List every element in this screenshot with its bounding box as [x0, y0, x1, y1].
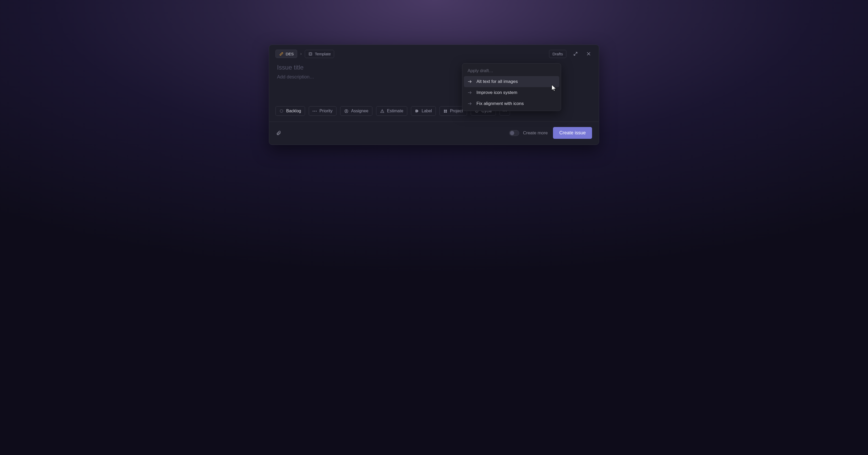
- svg-rect-0: [280, 52, 283, 55]
- arrow-right-icon: [468, 91, 472, 94]
- status-label: Backlog: [286, 109, 301, 113]
- draft-item-label: Improve icon system: [476, 90, 517, 95]
- svg-line-1: [280, 54, 281, 54]
- drafts-popover: Alt text for all images Improve icon sys…: [462, 63, 561, 111]
- ruler-icon: [279, 51, 284, 56]
- team-code-text: DES: [286, 52, 294, 56]
- svg-rect-5: [310, 53, 311, 55]
- svg-line-3: [281, 53, 282, 53]
- template-label: Template: [315, 52, 331, 56]
- attach-button[interactable]: [276, 131, 281, 136]
- svg-point-14: [416, 111, 416, 111]
- expand-icon: [573, 51, 578, 56]
- estimate-icon: [380, 109, 384, 113]
- create-issue-modal: DES › Template Drafts: [269, 45, 599, 145]
- svg-rect-4: [309, 52, 312, 55]
- label-icon: [415, 109, 419, 113]
- create-more-label: Create more: [523, 131, 548, 136]
- draft-item[interactable]: Fix alignment with icons: [464, 98, 559, 109]
- estimate-pill[interactable]: Estimate: [376, 106, 407, 116]
- label-label: Label: [422, 109, 432, 113]
- modal-header: DES › Template Drafts: [269, 45, 599, 61]
- create-issue-button-label: Create issue: [559, 130, 586, 135]
- paperclip-icon: [276, 131, 281, 136]
- svg-point-13: [382, 112, 382, 112]
- project-icon: [443, 109, 447, 113]
- close-button[interactable]: [585, 50, 593, 58]
- template-chip[interactable]: Template: [305, 50, 334, 58]
- drafts-button[interactable]: Drafts: [549, 50, 566, 58]
- close-icon: [586, 51, 591, 56]
- svg-rect-8: [314, 111, 315, 112]
- breadcrumb-separator: ›: [300, 51, 302, 56]
- svg-rect-7: [313, 111, 313, 112]
- drafts-search-input[interactable]: [464, 65, 559, 76]
- modal-footer: Create more Create issue: [269, 121, 599, 145]
- header-right: Drafts: [549, 50, 593, 58]
- svg-point-6: [280, 110, 283, 113]
- draft-item[interactable]: Improve icon system: [464, 87, 559, 98]
- arrow-right-icon: [468, 102, 472, 106]
- template-icon: [308, 52, 313, 56]
- project-label: Project: [450, 109, 463, 113]
- priority-pill[interactable]: Priority: [309, 106, 337, 116]
- assignee-pill[interactable]: Assignee: [340, 106, 372, 116]
- priority-label: Priority: [319, 109, 333, 113]
- backlog-status-icon: [279, 109, 284, 113]
- assignee-icon: [344, 109, 348, 113]
- svg-rect-18: [445, 111, 447, 113]
- create-issue-button[interactable]: Create issue: [553, 127, 592, 139]
- priority-icon: [313, 110, 317, 112]
- svg-rect-16: [445, 109, 447, 111]
- draft-item-label: Fix alignment with icons: [476, 101, 524, 106]
- svg-rect-17: [444, 111, 445, 113]
- status-pill[interactable]: Backlog: [275, 106, 305, 116]
- expand-button[interactable]: [571, 50, 580, 58]
- svg-rect-9: [316, 111, 317, 112]
- draft-item[interactable]: Alt text for all images: [464, 76, 559, 87]
- arrow-right-icon: [468, 80, 472, 83]
- label-pill[interactable]: Label: [411, 106, 436, 116]
- estimate-label: Estimate: [387, 109, 403, 113]
- svg-rect-15: [444, 109, 445, 111]
- create-more-toggle[interactable]: [509, 130, 519, 136]
- draft-item-label: Alt text for all images: [476, 79, 518, 84]
- assignee-label: Assignee: [351, 109, 369, 113]
- drafts-label: Drafts: [553, 52, 563, 56]
- svg-point-11: [346, 110, 347, 111]
- team-chip[interactable]: DES: [275, 50, 297, 58]
